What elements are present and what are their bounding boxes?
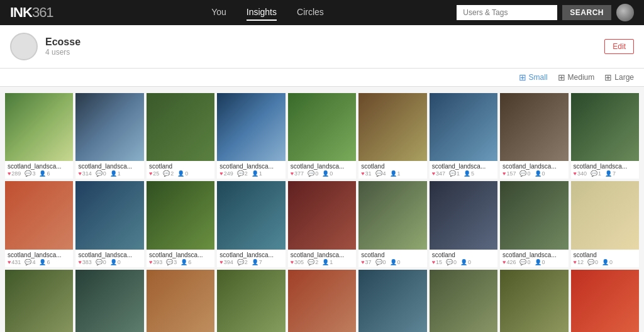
comments-stat: 💬 2	[308, 259, 318, 265]
person-icon: 👤	[535, 170, 541, 177]
search-button[interactable]: SEARCH	[562, 5, 611, 20]
heart-icon: ♥	[574, 259, 577, 265]
photo-bg	[288, 270, 356, 332]
likes-count: 347	[436, 170, 445, 177]
photo-item[interactable]: scotland ♥ 30 💬 1 👤 0	[5, 270, 73, 332]
photo-item[interactable]: scotland ♥ 37 💬 0 👤 0	[358, 181, 426, 267]
photo-stats: ♥ 305 💬 2 👤 1	[291, 259, 353, 265]
nav-you[interactable]: You	[211, 4, 226, 21]
photo-item[interactable]: scotland_landsca... ♥ 340 💬 1 👤 7	[571, 93, 639, 179]
likes-count: 157	[506, 170, 516, 177]
photo-item[interactable]: scotland ♥ 17 💬 0 👤 0	[147, 270, 214, 332]
photo-item[interactable]: scotland ♥ 25 💬 2 👤 0	[147, 93, 214, 179]
comments-stat: 💬 4	[375, 170, 386, 177]
photo-tag: scotland	[574, 252, 636, 258]
photo-stats: ♥ 12 💬 0 👤 0	[574, 259, 636, 265]
photo-item[interactable]: scotland_landsca... ♥ 394 💬 2 👤 7	[217, 181, 285, 267]
photo-item[interactable]: scotland_landsca... ♥ 393 💬 3 👤 6	[147, 181, 214, 267]
large-grid-icon: ⊞	[604, 72, 612, 82]
avatar[interactable]	[616, 4, 634, 21]
likes-count: 305	[294, 259, 304, 265]
photo-item[interactable]: scotland_landsca... ♥ 383 💬 0 👤 0	[75, 181, 143, 267]
photo-thumbnail	[217, 93, 285, 161]
photo-tag: scotland_landsca...	[8, 252, 70, 258]
photo-meta: scotland_landsca... ♥ 340 💬 1 👤 7	[571, 161, 639, 179]
users-count: 1	[397, 170, 401, 177]
photo-tag: scotland_landsca...	[149, 252, 212, 258]
photo-item[interactable]: scotland_landsca... ♥ 289 💬 3 👤 6	[5, 93, 73, 179]
photo-bg	[217, 181, 285, 249]
photo-item[interactable]: igersscotland ♥ 237 💬 0 👤 0	[571, 270, 639, 332]
photo-item[interactable]: scotland ♥ 15 💬 0 👤 0	[288, 270, 356, 332]
comments-count: 0	[315, 170, 318, 177]
users-count: 0	[330, 170, 333, 177]
photo-thumbnail	[147, 93, 214, 161]
nav-insights[interactable]: Insights	[247, 4, 277, 21]
users-count: 0	[542, 170, 545, 177]
users-count: 7	[259, 259, 262, 265]
heart-icon: ♥	[8, 170, 11, 177]
view-small[interactable]: ⊞ Small	[519, 72, 548, 82]
photo-item[interactable]: scotland ♥ 19 💬 0 👤 0	[500, 270, 568, 332]
heart-icon: ♥	[149, 170, 152, 177]
comment-icon: 💬	[375, 170, 382, 177]
photo-bg	[358, 181, 426, 249]
search-input[interactable]	[457, 5, 557, 20]
photo-stats: ♥ 347 💬 1 👤 5	[432, 170, 495, 177]
photo-tag: scotland	[361, 252, 424, 258]
photo-meta: scotland_landsca... ♥ 305 💬 2 👤 1	[288, 250, 356, 267]
view-medium[interactable]: ⊞ Medium	[558, 72, 595, 82]
likes-count: 314	[82, 170, 92, 177]
comments-stat: 💬 2	[237, 259, 248, 265]
photo-item[interactable]: scotland_landsca... ♥ 431 💬 4 👤 6	[5, 181, 73, 267]
comments-stat: 💬 3	[25, 170, 35, 177]
comment-icon: 💬	[237, 259, 244, 265]
photo-meta: scotland_landsca... ♥ 431 💬 4 👤 6	[5, 250, 73, 267]
users-count: 0	[185, 170, 188, 177]
edit-button[interactable]: Edit	[604, 39, 634, 54]
photo-bg	[500, 93, 568, 161]
photo-item[interactable]: scotland ♥ 21 💬 3 👤 0	[217, 270, 285, 332]
photo-meta: scotland_landsca... ♥ 347 💬 1 👤 5	[430, 161, 497, 179]
users-stat: 👤 7	[252, 259, 262, 265]
photo-item[interactable]: scotland ♥ 9 💬 2 👤 0	[358, 270, 426, 332]
users-stat: 👤 0	[110, 259, 121, 265]
circle-header: Ecosse 4 users Edit	[0, 25, 644, 69]
photo-item[interactable]: scotland_landsca... ♥ 314 💬 0 👤 1	[75, 93, 143, 179]
comments-stat: 💬 1	[449, 170, 460, 177]
likes-count: 393	[153, 259, 162, 265]
users-stat: 👤 1	[252, 170, 262, 177]
view-large-label: Large	[614, 73, 634, 82]
logo[interactable]: INK361	[10, 4, 53, 21]
circle-users: 4 users	[45, 48, 604, 57]
photo-item[interactable]: scotland ♥ 12 💬 0 👤 0	[571, 181, 639, 267]
photo-item[interactable]: scotland_landsca... ♥ 249 💬 2 👤 1	[217, 93, 285, 179]
photo-bg	[5, 181, 73, 249]
person-icon: 👤	[602, 259, 609, 265]
nav-circles[interactable]: Circles	[297, 4, 324, 21]
photo-item[interactable]: scotland ♥ 31 💬 4 👤 1	[358, 93, 426, 179]
comments-count: 3	[174, 259, 177, 265]
likes-count: 289	[11, 170, 21, 177]
comments-count: 0	[527, 170, 530, 177]
likes-count: 37	[365, 259, 372, 265]
photo-tag: scotland_landsca...	[219, 252, 282, 258]
photo-item[interactable]: scotland_landsca... ♥ 157 💬 0 👤 0	[500, 93, 568, 179]
photo-tag: scotland_landsca...	[78, 163, 141, 170]
photo-item[interactable]: scotland_landsca... ♥ 347 💬 1 👤 5	[430, 93, 497, 179]
photo-item[interactable]: scotland_landsca... ♥ 377 💬 0 👤 0	[288, 93, 356, 179]
photo-item[interactable]: scotland ♥ 15 💬 0 👤 0	[430, 181, 497, 267]
photo-item[interactable]: scotland_landsca... ♥ 305 💬 2 👤 1	[288, 181, 356, 267]
users-stat: 👤 0	[602, 259, 613, 265]
photo-item[interactable]: scotland ♥ 8 💬 0 👤 0	[75, 270, 143, 332]
photo-stats: ♥ 289 💬 3 👤 6	[8, 170, 70, 177]
heart-icon: ♥	[574, 170, 577, 177]
photo-item[interactable]: scotland ♥ 32 💬 1 👤 0	[430, 270, 497, 332]
view-large[interactable]: ⊞ Large	[604, 72, 634, 82]
users-stat: 👤 6	[39, 259, 50, 265]
photo-item[interactable]: scotland_landsca... ♥ 426 💬 0 👤 0	[500, 181, 568, 267]
heart-icon: ♥	[432, 170, 435, 177]
comment-icon: 💬	[25, 170, 31, 177]
users-stat: 👤 1	[110, 170, 121, 177]
photo-tag: scotland_landsca...	[502, 252, 565, 258]
